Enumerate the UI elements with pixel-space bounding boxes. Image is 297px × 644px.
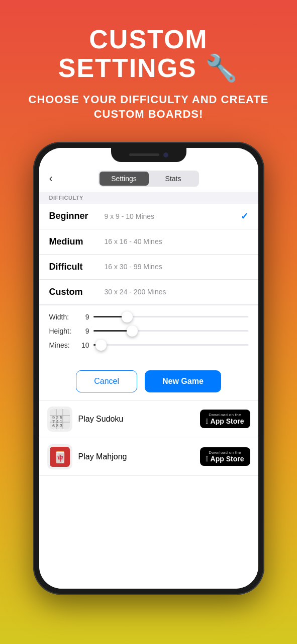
width-slider-row: Width: 9 <box>49 313 248 321</box>
difficulty-row-medium[interactable]: Medium 16 x 16 - 40 Mines <box>39 229 258 255</box>
sudoku-icon: 9 2 5 7 4 1 6 8 3 <box>47 407 72 432</box>
svg-text:🀄: 🀄 <box>53 450 67 463</box>
difficulty-desc-difficult: 16 x 30 - 99 Mines <box>105 263 248 271</box>
width-track[interactable] <box>93 316 248 317</box>
subtitle: CHOOSE YOUR DIFFICULTY AND CREATE CUSTOM… <box>15 93 282 121</box>
sudoku-badge-top: Download on the <box>209 413 241 417</box>
mahjong-badge-top: Download on the <box>209 450 241 455</box>
difficulty-desc-medium: 16 x 16 - 40 Mines <box>105 237 248 246</box>
notch <box>111 148 186 162</box>
cancel-button[interactable]: Cancel <box>76 370 137 392</box>
new-game-button[interactable]: New Game <box>145 370 221 392</box>
buttons-row: Cancel New Game <box>39 363 258 400</box>
back-button[interactable]: ‹ <box>49 172 53 185</box>
mines-thumb[interactable] <box>95 340 107 351</box>
header-section: CUSTOM SETTINGS 🔧 CHOOSE YOUR DIFFICULTY… <box>0 0 297 137</box>
difficulty-desc-beginner: 9 x 9 - 10 Mines <box>105 212 241 220</box>
difficulty-desc-custom: 30 x 24 - 200 Mines <box>105 288 248 296</box>
mines-slider-row: Mines: 10 <box>49 341 248 349</box>
width-value: 9 <box>77 313 89 321</box>
phone-frame: ‹ Settings Stats DIFFICULTY Beginner 9 x… <box>33 142 264 595</box>
phone-container: ‹ Settings Stats DIFFICULTY Beginner 9 x… <box>0 142 297 595</box>
difficulty-row-difficult[interactable]: Difficult 16 x 30 - 99 Mines <box>39 255 258 280</box>
sudoku-promo-name: Play Sudoku <box>78 415 194 424</box>
segmented-control: Settings Stats <box>98 171 199 187</box>
main-title: CUSTOM SETTINGS 🔧 <box>15 25 282 83</box>
sudoku-badge-bottom:  App Store <box>206 417 244 425</box>
selected-checkmark-beginner: ✓ <box>241 211 248 222</box>
apple-logo-sudoku:  <box>206 417 208 425</box>
tab-stats[interactable]: Stats <box>149 172 198 186</box>
notch-speaker <box>129 153 159 156</box>
mahjong-icon: 🀄 <box>47 444 72 469</box>
tab-settings[interactable]: Settings <box>100 172 149 186</box>
difficulty-name-difficult: Difficult <box>49 262 105 272</box>
sudoku-app-store-label: App Store <box>211 417 244 425</box>
height-value: 9 <box>77 327 89 335</box>
difficulty-row-beginner[interactable]: Beginner 9 x 9 - 10 Mines ✓ <box>39 204 258 229</box>
screen-content: ‹ Settings Stats DIFFICULTY Beginner 9 x… <box>39 148 258 589</box>
mahjong-app-store-label: App Store <box>211 455 244 463</box>
phone-inner: ‹ Settings Stats DIFFICULTY Beginner 9 x… <box>39 148 258 589</box>
height-thumb[interactable] <box>127 326 138 337</box>
difficulty-name-beginner: Beginner <box>49 211 105 221</box>
mines-track[interactable] <box>93 344 248 346</box>
width-label: Width: <box>49 313 77 321</box>
height-track[interactable] <box>93 330 248 332</box>
width-thumb[interactable] <box>122 311 133 323</box>
mines-label: Mines: <box>49 341 77 349</box>
promo-section: 9 2 5 7 4 1 6 8 3 Play Sudoku Dow <box>39 400 258 476</box>
difficulty-section-header: DIFFICULTY <box>39 192 258 204</box>
apple-logo-mahjong:  <box>206 455 208 463</box>
mahjong-app-store-badge[interactable]: Download on the  App Store <box>200 447 250 466</box>
height-slider-row: Height: 9 <box>49 327 248 335</box>
promo-row-mahjong: 🀄 Play Mahjong Download on the  App Sto… <box>39 438 258 476</box>
difficulty-name-medium: Medium <box>49 236 105 247</box>
mahjong-badge-bottom:  App Store <box>206 455 244 463</box>
height-label: Height: <box>49 327 77 335</box>
difficulty-name-custom: Custom <box>49 287 105 297</box>
nav-bar: ‹ Settings Stats <box>39 166 258 192</box>
difficulty-row-custom[interactable]: Custom 30 x 24 - 200 Mines <box>39 280 258 305</box>
mines-value: 10 <box>77 341 89 349</box>
promo-row-sudoku: 9 2 5 7 4 1 6 8 3 Play Sudoku Dow <box>39 400 258 438</box>
svg-text:6 8 3: 6 8 3 <box>52 423 62 428</box>
mahjong-promo-name: Play Mahjong <box>78 452 194 461</box>
sudoku-app-store-badge[interactable]: Download on the  App Store <box>200 410 250 428</box>
notch-camera <box>163 152 168 157</box>
sliders-section: Width: 9 Height: 9 <box>39 305 258 363</box>
